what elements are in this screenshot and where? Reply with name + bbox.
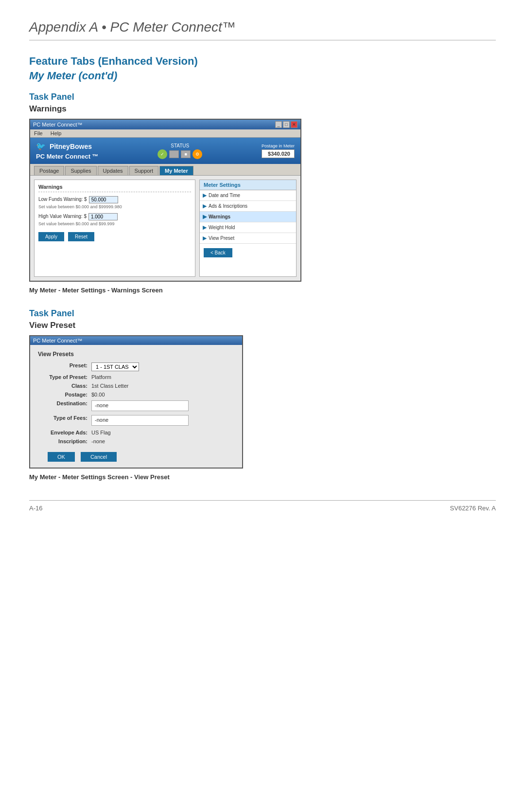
fees-label: Type of Fees: [38, 415, 91, 421]
close-button[interactable]: ✕ [291, 121, 298, 128]
meter-item-warnings[interactable]: ▶ Warnings [200, 212, 296, 222]
postage-row: Postage: $0.00 [38, 392, 234, 397]
footer-right: SV62276 Rev. A [450, 505, 496, 512]
menu-bar: File Help [30, 129, 300, 138]
postage-value: $340.020 [262, 149, 295, 158]
section-title: Feature Tabs (Enhanced Version) [29, 55, 496, 68]
meter-item-view-preset[interactable]: ▶ View Preset [200, 233, 296, 244]
meter-settings-panel: Meter Settings ▶ Date and Time ▶ Ads & I… [199, 180, 297, 277]
low-funds-hint: Set value between $0.000 and $99999.980 [38, 204, 191, 209]
tab-postage[interactable]: Postage [34, 166, 64, 175]
company-logo: 🐦 PitneyBowes [36, 142, 99, 151]
status-icon-3: ■ [181, 150, 191, 158]
status-icon-4: ⚙ [192, 149, 202, 159]
menu-file[interactable]: File [34, 130, 43, 136]
page-footer: A-16 SV62276 Rev. A [29, 500, 496, 512]
reset-button[interactable]: Reset [68, 232, 94, 241]
task-panel-subheading-1: Warnings [29, 104, 496, 114]
caption-2: My Meter - Meter Settings Screen - View … [29, 473, 496, 481]
window-body: Warnings Low Funds Warning: $ Set value … [30, 176, 300, 281]
ok-button[interactable]: OK [48, 452, 75, 462]
nav-tabs: Postage Supplies Updates Support My Mete… [30, 164, 300, 176]
type-of-preset-label: Type of Preset: [38, 374, 91, 380]
minimize-button[interactable]: _ [275, 121, 282, 128]
warnings-btn-row: Apply Reset [38, 232, 191, 241]
high-value-hint: Set value between $0.000 and $99.999 [38, 221, 191, 226]
postage-display: Postage in Meter $340.020 [262, 144, 295, 158]
logo-area: 🐦 PitneyBowes PC Meter Connect ™ [36, 142, 99, 160]
cancel-button[interactable]: Cancel [81, 452, 117, 462]
task-panel-heading-2: Task Panel [29, 308, 496, 319]
meter-item-view-preset-label: View Preset [209, 235, 234, 241]
menu-help[interactable]: Help [51, 130, 62, 136]
view-preset-window: PC Meter Connect™ View Presets Preset: 1… [29, 335, 243, 469]
status-icon-2 [169, 150, 179, 158]
restore-button[interactable]: □ [283, 121, 290, 128]
low-funds-row: Low Funds Warning: $ Set value between $… [38, 196, 191, 209]
tab-my-meter[interactable]: My Meter [159, 166, 193, 175]
meter-item-warnings-label: Warnings [209, 214, 230, 219]
back-btn-row: < Back [200, 244, 296, 261]
type-of-preset-value: Platform [91, 374, 111, 380]
inscription-label: Inscription: [38, 438, 91, 444]
apply-button[interactable]: Apply [38, 232, 64, 241]
high-value-input[interactable] [88, 213, 118, 220]
tab-updates[interactable]: Updates [98, 166, 128, 175]
class-label: Class: [38, 383, 91, 389]
task-panel-heading-1: Task Panel [29, 92, 496, 102]
class-value: 1st Class Letter [91, 383, 128, 389]
warnings-window: PC Meter Connect™ _ □ ✕ File Help 🐦 Pitn… [29, 119, 301, 282]
postage-label: Postage in Meter [262, 144, 295, 148]
meter-item-date-time-label: Date and Time [209, 193, 240, 198]
vp-postage-label: Postage: [38, 392, 91, 397]
vp-titlebar: PC Meter Connect™ [30, 336, 242, 345]
vp-section-title: View Presets [38, 351, 234, 358]
low-funds-label: Low Funds Warning: $ [38, 197, 87, 202]
meter-item-weight-hold[interactable]: ▶ Weight Hold [200, 222, 296, 233]
envelope-ads-value: US Flag [91, 430, 111, 435]
class-row: Class: 1st Class Letter [38, 383, 234, 389]
titlebar-controls: _ □ ✕ [275, 121, 298, 128]
tab-support[interactable]: Support [129, 166, 159, 175]
app-header: 🐦 PitneyBowes PC Meter Connect ™ STATUS … [30, 138, 300, 164]
status-area: STATUS ✓ ■ ⚙ [158, 143, 202, 159]
status-label: STATUS [158, 143, 202, 148]
app-name: PC Meter Connect ™ [36, 153, 99, 160]
inscription-row: Inscription: -none [38, 438, 234, 444]
section-subtitle: My Meter (cont'd) [29, 70, 496, 82]
envelope-ads-row: Envelope Ads: US Flag [38, 430, 234, 435]
meter-item-ads-label: Ads & Inscriptions [209, 203, 247, 209]
page-title: Appendix A • PC Meter Connect™ [29, 19, 496, 40]
arrow-icon-2: ▶ [203, 203, 207, 209]
warnings-panel-title: Warnings [38, 184, 191, 192]
caption-1: My Meter - Meter Settings - Warnings Scr… [29, 287, 496, 294]
footer-left: A-16 [29, 505, 42, 512]
inscription-value: -none [91, 438, 105, 444]
window-titlebar: PC Meter Connect™ _ □ ✕ [30, 120, 300, 129]
destination-value: -none [91, 400, 189, 411]
preset-row: Preset: 1 - 1ST CLAS [38, 362, 234, 371]
back-button[interactable]: < Back [204, 248, 232, 257]
fees-value: -none [91, 415, 189, 426]
status-icon-1: ✓ [158, 149, 167, 159]
meter-item-date-time[interactable]: ▶ Date and Time [200, 190, 296, 201]
preset-select[interactable]: 1 - 1ST CLAS [91, 362, 139, 371]
meter-settings-title: Meter Settings [200, 180, 296, 190]
status-icons: ✓ ■ ⚙ [158, 149, 202, 159]
high-value-label: High Value Warning: $ [38, 214, 87, 219]
vp-body: View Presets Preset: 1 - 1ST CLAS Type o… [30, 345, 242, 468]
arrow-icon-5: ▶ [203, 235, 207, 241]
arrow-icon-3: ▶ [203, 214, 207, 220]
arrow-icon-4: ▶ [203, 224, 207, 231]
high-value-input-row: High Value Warning: $ [38, 213, 191, 220]
destination-row: Destination: -none [38, 400, 234, 411]
tab-supplies[interactable]: Supplies [65, 166, 96, 175]
vp-postage-value: $0.00 [91, 392, 105, 397]
meter-item-weight-hold-label: Weight Hold [209, 225, 235, 230]
high-value-row: High Value Warning: $ Set value between … [38, 213, 191, 226]
low-funds-input-row: Low Funds Warning: $ [38, 196, 191, 203]
low-funds-input[interactable] [89, 196, 118, 203]
arrow-icon-1: ▶ [203, 192, 207, 198]
meter-item-ads[interactable]: ▶ Ads & Inscriptions [200, 201, 296, 212]
type-of-preset-row: Type of Preset: Platform [38, 374, 234, 380]
